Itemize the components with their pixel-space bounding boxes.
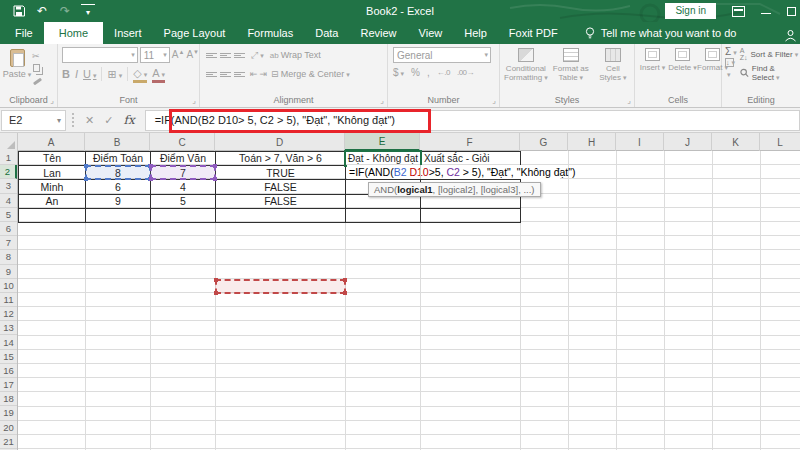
cancel-icon[interactable]: ✕ bbox=[85, 114, 94, 127]
comma-style-icon[interactable]: , bbox=[427, 67, 430, 78]
cell-d5[interactable] bbox=[215, 208, 346, 223]
row-header-5[interactable]: 5 bbox=[0, 208, 17, 222]
tab-data[interactable]: Data bbox=[304, 22, 349, 44]
column-header-c[interactable]: C bbox=[150, 133, 215, 151]
percent-style-icon[interactable]: % bbox=[411, 67, 420, 78]
cell-a2[interactable]: Lan bbox=[18, 165, 86, 180]
tab-formulas[interactable]: Formulas bbox=[236, 22, 304, 44]
undo-icon[interactable]: ↶ bbox=[35, 4, 49, 18]
cell-c3[interactable]: 4 bbox=[150, 179, 216, 194]
sign-in-button[interactable]: Sign in bbox=[665, 3, 716, 19]
row-header-20[interactable]: 20 bbox=[0, 421, 17, 435]
orientation-icon[interactable]: ⤢ bbox=[251, 50, 264, 61]
tab-foxit-pdf[interactable]: Foxit PDF bbox=[498, 22, 569, 44]
tab-home[interactable]: Home bbox=[44, 22, 103, 44]
cell-f1[interactable]: Xuất sắc - Giỏi bbox=[420, 151, 521, 166]
column-header-b[interactable]: B bbox=[85, 133, 150, 151]
cell-c1[interactable]: Điểm Văn bbox=[150, 151, 216, 166]
cell-b3[interactable]: 6 bbox=[85, 179, 151, 194]
row-header-8[interactable]: 8 bbox=[0, 250, 17, 264]
cell-edit-formula[interactable]: =IF(AND(B2 D10>5, C2 > 5), "Đạt", "Không… bbox=[347, 165, 560, 179]
decrease-decimal-icon[interactable]: .00→ bbox=[457, 68, 474, 77]
autosum-icon[interactable]: Σ bbox=[725, 46, 737, 57]
increase-decimal-icon[interactable]: ←.0 bbox=[437, 68, 450, 77]
format-painter-icon[interactable] bbox=[32, 76, 43, 87]
formula-input[interactable]: =IF(AND(B2 D10> 5, C2 > 5), "Đạt", "Khôn… bbox=[145, 110, 800, 131]
cell-d2[interactable]: TRUE bbox=[215, 165, 346, 180]
decrease-indent-icon[interactable]: ⇤ bbox=[250, 69, 258, 79]
column-header-e[interactable]: E bbox=[345, 133, 420, 151]
column-header-a[interactable]: A bbox=[18, 133, 85, 151]
align-left-icon[interactable] bbox=[206, 71, 217, 78]
fill-color-icon[interactable]: ◇ bbox=[133, 68, 147, 80]
row-header-12[interactable]: 12 bbox=[0, 307, 17, 321]
row-header-4[interactable]: 4 bbox=[0, 194, 17, 208]
cell-e5[interactable] bbox=[345, 208, 421, 223]
cell-c5[interactable] bbox=[150, 208, 216, 223]
tab-help[interactable]: Help bbox=[453, 22, 498, 44]
row-header-1[interactable]: 1 bbox=[0, 151, 17, 165]
cell-d3[interactable]: FALSE bbox=[215, 179, 346, 194]
minimize-icon[interactable] bbox=[761, 4, 771, 14]
font-name-combobox[interactable] bbox=[62, 47, 138, 63]
row-header-13[interactable]: 13 bbox=[0, 321, 17, 335]
tell-me-box[interactable]: Tell me what you want to do bbox=[585, 22, 737, 44]
cell-d1[interactable]: Toán > 7, Văn > 6 bbox=[215, 151, 346, 166]
tab-insert[interactable]: Insert bbox=[103, 22, 153, 44]
name-box[interactable]: E2 bbox=[1, 110, 66, 131]
column-header-j[interactable]: J bbox=[664, 133, 712, 151]
row-header-15[interactable]: 15 bbox=[0, 350, 17, 364]
cell-a4[interactable]: An bbox=[18, 194, 86, 209]
copy-icon[interactable] bbox=[32, 63, 43, 74]
column-header-h[interactable]: H bbox=[568, 133, 616, 151]
accounting-format-icon[interactable]: $ bbox=[393, 67, 404, 78]
row-header-7[interactable]: 7 bbox=[0, 236, 17, 250]
maximize-icon[interactable] bbox=[787, 7, 796, 16]
cell-grid[interactable]: 1 2 3 4 5 6 7 8 9 10 11 12 13 14 15 16 1… bbox=[0, 151, 800, 450]
paste-button[interactable]: Paste bbox=[2, 47, 32, 79]
number-format-combobox[interactable]: General bbox=[393, 47, 491, 63]
align-center-icon[interactable] bbox=[220, 71, 231, 78]
merge-center-button[interactable]: Merge & Center bbox=[281, 69, 350, 79]
cell-a3[interactable]: Minh bbox=[18, 179, 86, 194]
italic-button[interactable]: I bbox=[75, 68, 78, 80]
row-header-10[interactable]: 10 bbox=[0, 279, 17, 293]
customize-qat-icon[interactable]: ▾ bbox=[81, 4, 95, 18]
cell-c4[interactable]: 5 bbox=[150, 194, 216, 209]
row-header-3[interactable]: 3 bbox=[0, 179, 17, 193]
sort-filter-button[interactable]: AZ↓ Sort & Filter bbox=[740, 47, 800, 61]
cut-icon[interactable]: ✂ bbox=[32, 50, 43, 61]
column-header-g[interactable]: G bbox=[520, 133, 568, 151]
font-size-combobox[interactable]: 11 bbox=[140, 47, 170, 63]
fill-icon[interactable]: ↓ bbox=[725, 58, 734, 67]
tab-view[interactable]: View bbox=[408, 22, 454, 44]
cell-a5[interactable] bbox=[18, 208, 86, 223]
cell-a1[interactable]: Tên bbox=[18, 151, 86, 166]
row-header-21[interactable]: 21 bbox=[0, 435, 17, 449]
cell-f5[interactable] bbox=[420, 208, 521, 223]
row-header-16[interactable]: 16 bbox=[0, 364, 17, 378]
row-header-9[interactable]: 9 bbox=[0, 265, 17, 279]
align-middle-icon[interactable] bbox=[220, 52, 231, 59]
redo-icon[interactable]: ↷ bbox=[58, 4, 72, 18]
share-person-icon[interactable] bbox=[784, 29, 797, 42]
save-icon[interactable] bbox=[12, 4, 26, 18]
column-header-i[interactable]: I bbox=[616, 133, 664, 151]
column-header-d[interactable]: D bbox=[215, 133, 345, 151]
insert-function-icon[interactable]: fx bbox=[123, 113, 134, 127]
cell-b1[interactable]: Điểm Toán bbox=[85, 151, 151, 166]
row-header-14[interactable]: 14 bbox=[0, 335, 17, 349]
cell-b5[interactable] bbox=[85, 208, 151, 223]
align-right-icon[interactable] bbox=[234, 71, 245, 78]
wrap-text-button[interactable]: Wrap Text bbox=[281, 50, 321, 60]
bold-button[interactable]: B bbox=[62, 68, 70, 80]
increase-indent-icon[interactable]: ⇥ bbox=[260, 69, 268, 79]
underline-button[interactable]: U bbox=[83, 68, 96, 80]
tab-review[interactable]: Review bbox=[349, 22, 407, 44]
ribbon-display-options-icon[interactable] bbox=[732, 6, 745, 17]
grow-font-icon[interactable]: A▲ bbox=[172, 49, 185, 60]
column-header-l[interactable]: L bbox=[760, 133, 800, 151]
tab-file[interactable]: File bbox=[4, 22, 44, 44]
row-header-2[interactable]: 2 bbox=[0, 165, 17, 179]
row-header-19[interactable]: 19 bbox=[0, 406, 17, 420]
